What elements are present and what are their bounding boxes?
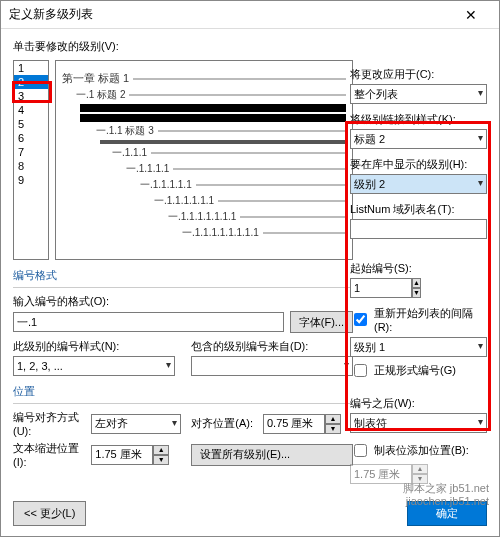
show-gallery-label: 要在库中显示的级别(H): bbox=[350, 157, 487, 172]
restart-select[interactable] bbox=[350, 337, 487, 357]
show-gallery-select[interactable] bbox=[350, 174, 487, 194]
listnum-label: ListNum 域列表名(T): bbox=[350, 202, 487, 217]
right-panel: 将更改应用于(C): 将级别链接到样式(K): 要在库中显示的级别(H): Li… bbox=[350, 67, 487, 484]
legal-checkbox[interactable] bbox=[354, 364, 367, 377]
position-header: 位置 bbox=[13, 384, 353, 399]
level-item[interactable]: 4 bbox=[14, 103, 48, 117]
close-button[interactable]: ✕ bbox=[451, 1, 491, 29]
less-button[interactable]: << 更少(L) bbox=[13, 501, 86, 526]
num-format-header: 编号格式 bbox=[13, 268, 353, 283]
start-at-spinner[interactable]: ▲▼ bbox=[350, 278, 410, 298]
level-item[interactable]: 7 bbox=[14, 145, 48, 159]
click-level-label: 单击要修改的级别(V): bbox=[13, 39, 353, 54]
aligned-at-label: 对齐位置(A): bbox=[191, 416, 253, 431]
start-at-label: 起始编号(S): bbox=[350, 261, 487, 276]
number-format-input[interactable] bbox=[13, 312, 284, 332]
level-item[interactable]: 1 bbox=[14, 61, 48, 75]
level-item[interactable]: 3 bbox=[14, 89, 48, 103]
align-select[interactable] bbox=[91, 414, 181, 434]
legal-label: 正规形式编号(G) bbox=[374, 363, 456, 378]
level-item[interactable]: 9 bbox=[14, 173, 48, 187]
level-listbox[interactable]: 1 2 3 4 5 6 7 8 9 bbox=[13, 60, 49, 260]
restart-label: 重新开始列表的间隔(R): bbox=[374, 306, 487, 333]
tabstop-label: 制表位添加位置(B): bbox=[374, 443, 469, 458]
align-label: 编号对齐方式(U): bbox=[13, 410, 81, 437]
num-style-select[interactable] bbox=[13, 356, 175, 376]
listnum-input[interactable] bbox=[350, 219, 487, 239]
tabstop-checkbox[interactable] bbox=[354, 444, 367, 457]
font-button[interactable]: 字体(F)... bbox=[290, 311, 353, 333]
ok-button[interactable]: 确定 bbox=[407, 501, 487, 526]
follow-with-select[interactable] bbox=[350, 413, 487, 433]
link-style-select[interactable] bbox=[350, 129, 487, 149]
aligned-at-spinner[interactable]: ▲▼ bbox=[263, 414, 353, 434]
tabstop-spinner: ▲▼ bbox=[350, 464, 440, 484]
include-prev-label: 包含的级别编号来自(D): bbox=[191, 339, 353, 354]
num-style-label: 此级别的编号样式(N): bbox=[13, 339, 175, 354]
set-all-button[interactable]: 设置所有级别(E)... bbox=[191, 444, 353, 466]
titlebar: 定义新多级列表 ✕ bbox=[1, 1, 499, 29]
level-item[interactable]: 6 bbox=[14, 131, 48, 145]
link-style-label: 将级别链接到样式(K): bbox=[350, 112, 487, 127]
level-item[interactable]: 8 bbox=[14, 159, 48, 173]
include-prev-select[interactable] bbox=[191, 356, 353, 376]
indent-at-spinner[interactable]: ▲▼ bbox=[91, 445, 181, 465]
apply-to-select[interactable] bbox=[350, 84, 487, 104]
dialog-title: 定义新多级列表 bbox=[9, 6, 93, 23]
restart-checkbox[interactable] bbox=[354, 313, 367, 326]
enter-format-label: 输入编号的格式(O): bbox=[13, 294, 353, 309]
level-item[interactable]: 5 bbox=[14, 117, 48, 131]
dialog: 定义新多级列表 ✕ 单击要修改的级别(V): 1 2 3 4 5 6 7 8 9 bbox=[0, 0, 500, 537]
preview-pane: 第一章 标题 1 一.1 标题 2 一.1.1 标题 3 一.1.1.1 一.1… bbox=[55, 60, 353, 260]
level-item[interactable]: 2 bbox=[14, 75, 48, 89]
follow-with-label: 编号之后(W): bbox=[350, 396, 487, 411]
apply-to-label: 将更改应用于(C): bbox=[350, 67, 487, 82]
indent-at-label: 文本缩进位置(I): bbox=[13, 441, 81, 468]
